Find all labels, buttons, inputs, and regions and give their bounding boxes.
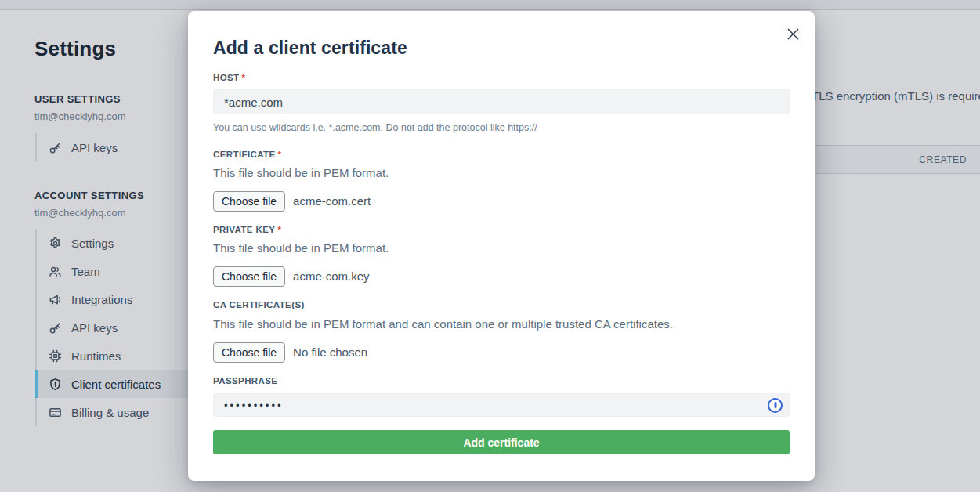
private-key-file-input: Choose file acme-com.key [213, 266, 790, 287]
private-key-file-name: acme-com.key [293, 270, 370, 283]
passphrase-masked-value: •••••••••• [224, 400, 284, 411]
private-key-description: This file should be in PEM format. [213, 242, 790, 255]
passphrase-label: PASSPHRASE [213, 375, 790, 386]
private-key-label: PRIVATE KEY* [213, 224, 790, 235]
add-certificate-button[interactable]: Add certificate [213, 430, 790, 454]
add-client-certificate-modal: Add a client certificate HOST* *acme.com… [188, 11, 815, 481]
passphrase-input[interactable]: •••••••••• [213, 393, 790, 417]
ca-certificate-file-name: No file chosen [293, 345, 367, 359]
password-manager-icon[interactable] [768, 398, 783, 413]
certificate-choose-file-button[interactable]: Choose file [213, 191, 285, 212]
ca-certificate-file-input: Choose file No file chosen [213, 342, 790, 363]
certificate-file-name: acme-com.cert [293, 194, 371, 208]
host-input[interactable]: *acme.com [213, 89, 790, 114]
app-window: Settings USER SETTINGS tim@checklyhq.com… [0, 0, 980, 492]
host-input-value: *acme.com [224, 96, 283, 109]
ca-certificate-description: This file should be in PEM format and ca… [213, 318, 790, 331]
host-label: HOST* [213, 72, 790, 83]
modal-title: Add a client certificate [213, 36, 790, 60]
ca-certificate-choose-file-button[interactable]: Choose file [213, 342, 285, 363]
close-icon[interactable] [783, 24, 802, 43]
required-asterisk: * [277, 225, 281, 234]
private-key-choose-file-button[interactable]: Choose file [213, 266, 285, 287]
required-asterisk: * [278, 150, 282, 159]
certificate-file-input: Choose file acme-com.cert [213, 190, 790, 212]
certificate-label: CERTIFICATE* [213, 149, 790, 160]
host-hint: You can use wildcards i.e. *.acme.com. D… [213, 122, 790, 134]
certificate-description: This file should be in PEM format. [213, 167, 790, 179]
required-asterisk: * [242, 73, 246, 82]
ca-certificate-label: CA CERTIFICATE(S) [213, 299, 790, 310]
